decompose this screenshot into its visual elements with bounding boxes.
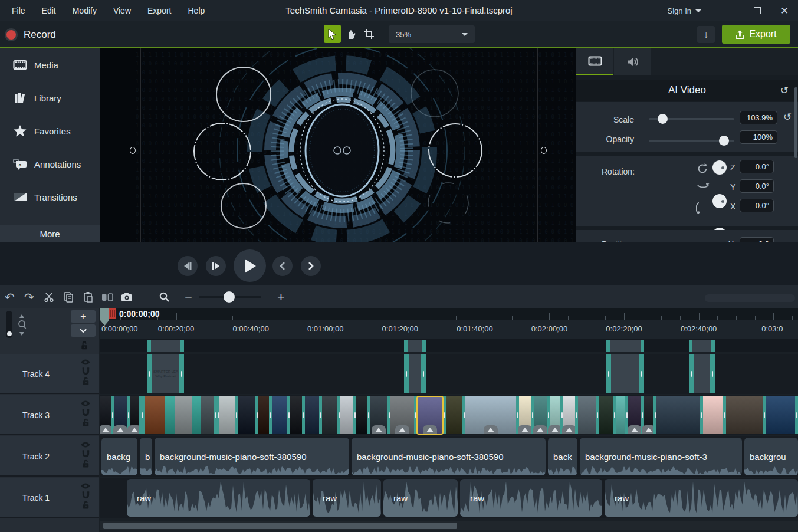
next-frame-button[interactable] bbox=[206, 256, 226, 276]
track3-clip[interactable] bbox=[656, 396, 700, 434]
redo-button[interactable]: ↷ bbox=[19, 287, 39, 307]
track2-audio-clip[interactable]: background-music-piano-soft-380590 bbox=[155, 438, 349, 475]
download-button[interactable]: ↓ bbox=[697, 26, 715, 43]
track-lock-toggle[interactable] bbox=[82, 459, 90, 468]
track2-audio-clip[interactable]: background-music-piano-soft-380590 bbox=[352, 438, 546, 475]
track3-clip[interactable] bbox=[290, 396, 302, 434]
track2-audio-clip[interactable]: b bbox=[140, 438, 152, 475]
previous-clip-button[interactable] bbox=[272, 256, 293, 276]
crop-tool-button[interactable] bbox=[360, 25, 377, 43]
transition-marker[interactable] bbox=[139, 396, 145, 434]
split-button[interactable] bbox=[97, 287, 117, 307]
paste-button[interactable] bbox=[78, 287, 97, 307]
hand-tool-button[interactable] bbox=[342, 25, 359, 43]
menu-view[interactable]: View bbox=[113, 6, 131, 15]
track3-clip[interactable] bbox=[534, 396, 547, 434]
selection-right-handle[interactable] bbox=[541, 147, 547, 154]
tab-audio-properties[interactable] bbox=[614, 48, 651, 75]
collapsed-clip[interactable] bbox=[689, 340, 715, 352]
scale-slider-handle[interactable] bbox=[658, 114, 668, 124]
play-button[interactable] bbox=[234, 249, 266, 282]
track1-audio-clip[interactable]: raw bbox=[460, 479, 602, 517]
track-lock-toggle[interactable] bbox=[82, 501, 90, 510]
track1-audio-clip[interactable]: raw bbox=[605, 479, 798, 517]
preview-canvas[interactable]: 1 1 1 1 1 1 1 0 1 1 1 0 1 1 1 1 0 0 1 1 … bbox=[100, 48, 576, 242]
timeline-zoom-button[interactable] bbox=[155, 287, 174, 307]
track1-audio-clip[interactable]: raw bbox=[127, 479, 310, 517]
track-lock-toggle[interactable] bbox=[82, 377, 90, 386]
track3-clip[interactable] bbox=[644, 396, 653, 434]
scale-slider[interactable] bbox=[649, 118, 734, 120]
canvas-zoom-dropdown[interactable]: 35% bbox=[389, 25, 475, 43]
track3-clip[interactable] bbox=[519, 396, 531, 434]
cut-button[interactable] bbox=[39, 287, 58, 307]
collapse-tracks-button[interactable] bbox=[71, 324, 96, 337]
maximize-button[interactable] bbox=[744, 0, 771, 21]
minimize-button[interactable]: — bbox=[717, 0, 744, 21]
track2-audio-clip[interactable]: back bbox=[548, 438, 577, 475]
undo-button[interactable]: ↶ bbox=[0, 287, 19, 307]
track-header-track-1[interactable]: Track 1 bbox=[0, 478, 99, 518]
track-visibility-toggle[interactable] bbox=[80, 400, 91, 407]
track2-row[interactable]: backgbbackground-music-piano-soft-380590… bbox=[100, 436, 798, 477]
panel-scrollbar[interactable] bbox=[794, 87, 797, 158]
track3-clip[interactable] bbox=[305, 396, 319, 434]
rotation-z-value-field[interactable]: 0.0° bbox=[740, 160, 774, 173]
track3-clip[interactable] bbox=[145, 396, 165, 434]
menu-export[interactable]: Export bbox=[147, 6, 171, 15]
track1-audio-clip[interactable]: raw bbox=[383, 479, 458, 517]
track-height-slider[interactable] bbox=[6, 311, 12, 338]
opacity-slider-handle[interactable] bbox=[719, 136, 729, 146]
unlock-icon[interactable] bbox=[80, 341, 88, 350]
track3-clip[interactable] bbox=[390, 396, 414, 434]
track3-clip[interactable] bbox=[201, 396, 214, 434]
track-magnet-toggle[interactable] bbox=[81, 408, 90, 417]
track4-clip[interactable] bbox=[689, 354, 715, 393]
track-header-track-2[interactable]: Track 2 bbox=[0, 436, 99, 477]
tab-video-properties[interactable] bbox=[576, 48, 613, 75]
next-clip-button[interactable] bbox=[301, 256, 321, 276]
menu-modify[interactable]: Modify bbox=[73, 6, 97, 15]
track3-clip[interactable] bbox=[703, 396, 723, 434]
track3-clip[interactable] bbox=[114, 396, 127, 434]
track1-audio-clip[interactable]: raw bbox=[313, 479, 381, 517]
sidebar-item-library[interactable]: Library bbox=[0, 86, 100, 110]
track-visibility-toggle[interactable] bbox=[80, 441, 91, 448]
track2-audio-clip[interactable]: backgrou bbox=[744, 438, 798, 475]
timeline-hscrollbar[interactable] bbox=[100, 521, 798, 530]
track4-clip[interactable] bbox=[404, 354, 426, 393]
collapsed-clip[interactable] bbox=[147, 340, 184, 352]
sidebar-item-media[interactable]: Media bbox=[0, 53, 100, 77]
track-header-track-4[interactable]: Track 4 bbox=[0, 354, 99, 394]
track3-clip[interactable] bbox=[465, 396, 516, 434]
timeline-mini-scrollbar[interactable] bbox=[705, 294, 795, 302]
track3-clip[interactable] bbox=[100, 396, 111, 434]
menu-help[interactable]: Help bbox=[188, 6, 205, 15]
track3-clip[interactable] bbox=[628, 396, 641, 434]
previous-frame-button[interactable] bbox=[178, 256, 198, 276]
track3-row[interactable] bbox=[100, 395, 798, 435]
rotation-z-knob[interactable] bbox=[712, 160, 727, 175]
rotation-y-value-field[interactable]: 0.0° bbox=[740, 179, 774, 193]
track-magnet-toggle[interactable] bbox=[81, 367, 90, 376]
track3-clip[interactable] bbox=[550, 396, 560, 434]
track3-clip[interactable] bbox=[258, 396, 269, 434]
position-value-field[interactable]: 0.0 bbox=[740, 237, 774, 242]
track-visibility-toggle[interactable] bbox=[80, 482, 91, 490]
track3-clip[interactable] bbox=[130, 396, 139, 434]
sidebar-item-annotations[interactable]: aAnnotations bbox=[0, 152, 100, 176]
effect-reset-icon[interactable]: ↺ bbox=[780, 84, 789, 97]
rotation-y-knob[interactable] bbox=[712, 194, 727, 208]
track3-clip[interactable] bbox=[356, 396, 367, 434]
collapsed-clip[interactable] bbox=[404, 340, 426, 352]
track3-clip[interactable] bbox=[165, 396, 175, 434]
track3-clip[interactable] bbox=[616, 396, 625, 434]
close-button[interactable]: ✕ bbox=[771, 0, 798, 21]
track1-row[interactable]: rawrawrawrawraw bbox=[100, 478, 798, 518]
copy-button[interactable] bbox=[58, 287, 78, 307]
track-visibility-toggle[interactable] bbox=[80, 359, 91, 366]
track3-clip[interactable] bbox=[766, 396, 795, 434]
track-height-slider-handle[interactable] bbox=[7, 331, 12, 336]
track3-clip[interactable] bbox=[175, 396, 192, 434]
cursor-tool-button[interactable] bbox=[324, 25, 341, 43]
